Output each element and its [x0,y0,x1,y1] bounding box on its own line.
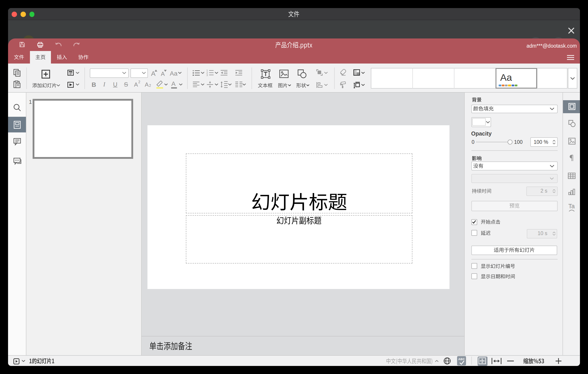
svg-text:3: 3 [206,74,208,77]
